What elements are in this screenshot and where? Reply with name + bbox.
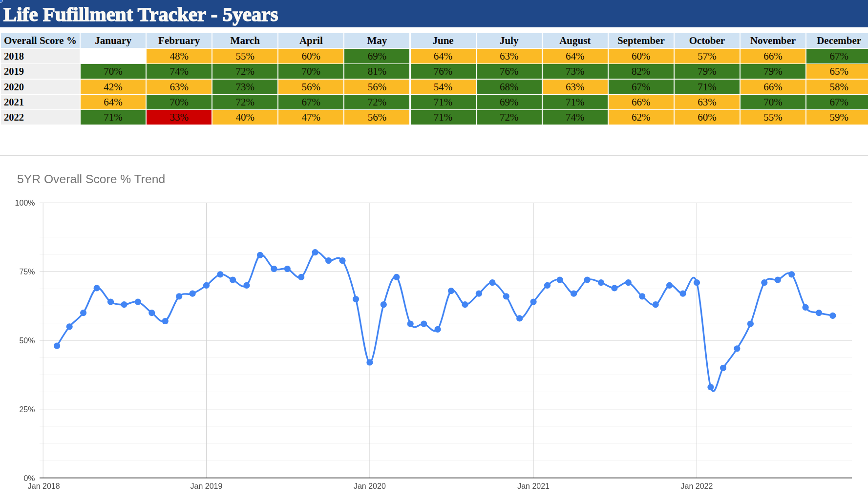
svg-text:Jan 2019: Jan 2019 [191,482,223,490]
svg-text:0%: 0% [23,474,35,482]
svg-text:75%: 75% [19,268,35,276]
svg-text:5YR Overall Score % Trend: 5YR Overall Score % Trend [17,172,165,186]
svg-text:Jan 2020: Jan 2020 [354,482,386,490]
svg-text:Jan 2022: Jan 2022 [681,482,713,490]
svg-text:50%: 50% [19,336,35,345]
svg-text:25%: 25% [19,405,35,414]
svg-text:Jan 2021: Jan 2021 [517,482,550,490]
svg-text:100%: 100% [15,199,35,207]
svg-text:Jan 2018: Jan 2018 [28,482,60,490]
